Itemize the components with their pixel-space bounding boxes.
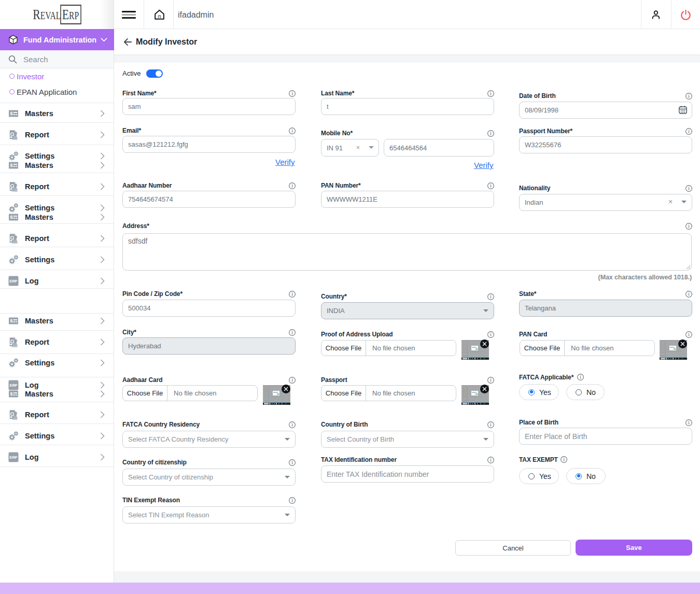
svg-text:$: $ [10, 111, 12, 116]
svg-text:ERP: ERP [10, 455, 18, 460]
svg-text:$: $ [10, 391, 12, 397]
svg-text:ERP: ERP [10, 279, 18, 284]
svg-text:$: $ [10, 215, 12, 220]
svg-text:$: $ [10, 318, 12, 323]
svg-text:$: $ [10, 163, 12, 168]
